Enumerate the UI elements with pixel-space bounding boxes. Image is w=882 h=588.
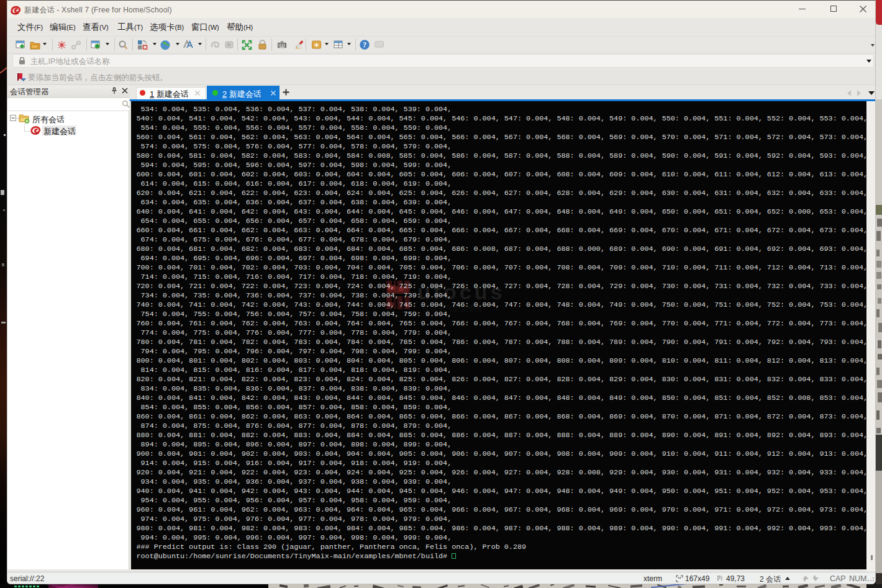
svg-text:?: ?	[363, 40, 366, 49]
